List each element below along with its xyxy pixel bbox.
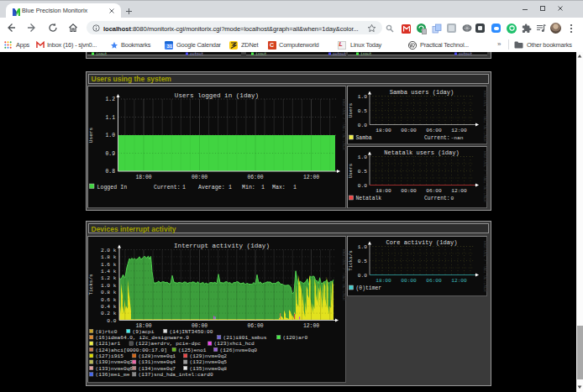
svg-text:0.0: 0.0 <box>358 122 367 128</box>
svg-text:0.5: 0.5 <box>358 169 367 175</box>
svg-text:1.0 k: 1.0 k <box>101 282 117 288</box>
svg-text:(134)nvme0q7: (134)nvme0q7 <box>139 365 176 371</box>
svg-text:(121)ar1: (121)ar1 <box>96 341 121 347</box>
svg-text:0.0: 0.0 <box>358 183 367 189</box>
svg-text:Current:: Current: <box>154 184 181 190</box>
svg-text:(133)nvme0q6: (133)nvme0q6 <box>96 365 134 371</box>
svg-text:input: input <box>255 52 267 55</box>
svg-text:0.5: 0.5 <box>358 258 367 264</box>
svg-text:RRDTOOL / TOBI OETIKER: RRDTOOL / TOBI OETIKER <box>483 241 487 292</box>
svg-text:1: 1 <box>293 184 297 190</box>
svg-text:Average:: Average: <box>198 184 225 190</box>
svg-text:18:00: 18:00 <box>135 174 151 180</box>
svg-text:06:00: 06:00 <box>247 174 263 180</box>
svg-text:Current:: Current: <box>424 196 450 201</box>
svg-text:(129)nvme0q2: (129)nvme0q2 <box>190 353 228 358</box>
svg-text:00:00: 00:00 <box>192 174 207 180</box>
svg-text:0.0: 0.0 <box>107 317 116 323</box>
svg-text:output: output <box>459 52 473 55</box>
svg-text:(125)eno1: (125)eno1 <box>178 347 207 353</box>
svg-text:0.0: 0.0 <box>358 272 367 278</box>
svg-text:(122)aerdrv, pcie-dpc: (122)aerdrv, pcie-dpc <box>135 341 201 347</box>
svg-text:0: 0 <box>451 196 454 201</box>
svg-text:Logged In: Logged In <box>97 184 128 190</box>
svg-text:RRDTOOL / TOBI OETIKER: RRDTOOL / TOBI OETIKER <box>342 249 346 301</box>
svg-text:Users logged in (1day): Users logged in (1day) <box>175 91 259 98</box>
svg-text:0.4 k: 0.4 k <box>101 303 117 309</box>
svg-text:1: 1 <box>182 184 186 190</box>
svg-text:input: input <box>360 52 372 55</box>
svg-text:1.6 k: 1.6 k <box>101 261 117 267</box>
svg-text:(14)INT3450:00: (14)INT3450:00 <box>170 328 213 334</box>
svg-text:Ticks/s: Ticks/s <box>88 274 94 295</box>
svg-text:12:00: 12:00 <box>451 277 467 283</box>
svg-text:(137)snd_hda_intel:card0: (137)snd_hda_intel:card0 <box>139 371 213 377</box>
svg-text:00:00: 00:00 <box>401 188 417 194</box>
svg-text:1.0: 1.0 <box>358 243 367 249</box>
svg-text:06:00: 06:00 <box>426 188 442 194</box>
svg-text:2.0 k: 2.0 k <box>101 247 117 253</box>
svg-text:12:00: 12:00 <box>303 174 319 180</box>
svg-text:0.2 k: 0.2 k <box>101 311 117 316</box>
svg-text:Core activity (1day): Core activity (1day) <box>386 238 457 245</box>
svg-text:1.0: 1.0 <box>105 133 115 139</box>
svg-text:1: 1 <box>261 184 265 190</box>
svg-text:Samba: Samba <box>356 135 372 141</box>
svg-text:input: input <box>96 52 108 55</box>
svg-text:(120)ar0: (120)ar0 <box>283 334 308 340</box>
svg-text:1.1: 1.1 <box>105 114 115 120</box>
svg-text:1: 1 <box>228 184 232 190</box>
svg-text:1.2: 1.2 <box>105 97 115 102</box>
svg-text:06:00: 06:00 <box>247 323 263 329</box>
svg-text:06:00: 06:00 <box>426 277 442 283</box>
svg-text:(123)xhci_hcd: (123)xhci_hcd <box>214 341 255 347</box>
svg-text:(127)i915: (127)i915 <box>96 353 124 358</box>
svg-text:0.5: 0.5 <box>358 107 367 113</box>
svg-text:1.8 k: 1.8 k <box>101 254 117 260</box>
svg-text:0.9: 0.9 <box>105 150 115 156</box>
svg-text:Netatalk users (1day): Netatalk users (1day) <box>384 149 459 156</box>
svg-text:(130)nvme0q3: (130)nvme0q3 <box>96 359 134 365</box>
svg-text:-nan: -nan <box>451 135 464 141</box>
svg-text:00:00: 00:00 <box>401 277 417 283</box>
svg-text:12:00: 12:00 <box>303 323 319 329</box>
svg-text:(136)mei_me: (136)mei_me <box>96 371 130 377</box>
svg-text:Users: Users <box>348 164 354 178</box>
svg-text:(9)acpi: (9)acpi <box>133 328 155 334</box>
svg-text:(124)ahci[0000:00:17.0]: (124)ahci[0000:00:17.0] <box>96 347 167 353</box>
svg-text:(128)nvme0q1: (128)nvme0q1 <box>139 353 176 358</box>
svg-text:06:00: 06:00 <box>426 127 442 133</box>
svg-text:0.8: 0.8 <box>105 169 115 175</box>
svg-text:0.6 k: 0.6 k <box>101 296 117 302</box>
svg-text:Users: Users <box>348 102 354 117</box>
svg-text:RRDTOOL / TOBI OETIKER: RRDTOOL / TOBI OETIKER <box>483 151 487 202</box>
svg-text:(132)nvme0q5: (132)nvme0q5 <box>190 359 228 365</box>
svg-text:Ticks/s: Ticks/s <box>348 250 354 270</box>
svg-text:(16)idma64.0, i2c_designware.0: (16)idma64.0, i2c_designware.0 <box>96 334 190 340</box>
svg-text:Netatalk: Netatalk <box>356 196 382 201</box>
svg-text:(131)nvme0q4: (131)nvme0q4 <box>139 359 176 365</box>
svg-text:00:00: 00:00 <box>401 127 417 133</box>
svg-text:18:00: 18:00 <box>376 127 391 133</box>
svg-text:(135)nvme0q8: (135)nvme0q8 <box>190 365 228 371</box>
svg-text:Max:: Max: <box>272 184 286 190</box>
svg-text:18:00: 18:00 <box>376 188 391 194</box>
svg-text:Interrupt activity (1day): Interrupt activity (1day) <box>174 242 270 248</box>
svg-text:Current:: Current: <box>424 135 450 141</box>
svg-text:output: output <box>190 52 204 55</box>
svg-text:(0)timer: (0)timer <box>356 285 382 291</box>
svg-text:1.0: 1.0 <box>358 154 367 160</box>
svg-text:(21)i801_smbus: (21)i801_smbus <box>223 334 267 340</box>
svg-text:12:00: 12:00 <box>451 127 467 133</box>
svg-text:Users: Users <box>88 127 94 143</box>
svg-text:1.4 k: 1.4 k <box>101 268 117 274</box>
svg-text:(126)nvme0q0: (126)nvme0q0 <box>220 347 258 353</box>
svg-text:12:00: 12:00 <box>451 188 467 194</box>
svg-text:1.2 k: 1.2 k <box>101 275 117 281</box>
svg-text:0.8 k: 0.8 k <box>101 290 117 295</box>
svg-text:18:00: 18:00 <box>376 277 391 283</box>
svg-text:Samba users (1day): Samba users (1day) <box>390 88 454 95</box>
svg-text:1.0: 1.0 <box>358 93 367 99</box>
svg-text:(8)rtc0: (8)rtc0 <box>96 328 118 334</box>
svg-text:RRDTOOL / TOBI OETIKER: RRDTOOL / TOBI OETIKER <box>483 91 487 142</box>
